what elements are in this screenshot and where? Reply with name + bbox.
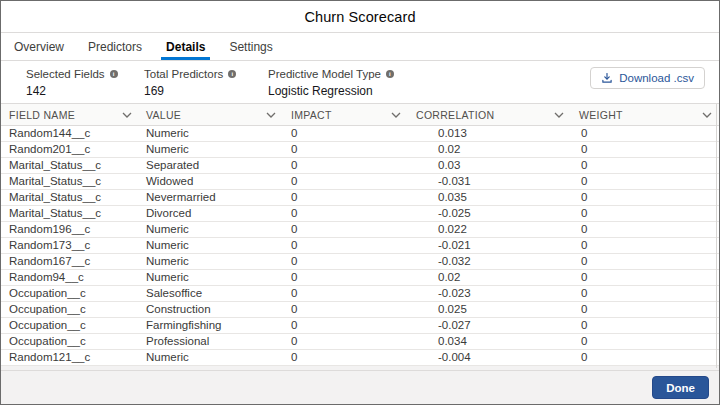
table-row: Occupation__cProfessional00.0340 [1,334,719,350]
cell-correlation: 0.02 [408,142,571,157]
cell-value: Numeric [139,350,283,365]
cell-impact: 0 [283,158,408,173]
table-row: Marital_Status__cDivorced0-0.0250 [1,206,719,222]
tab-settings[interactable]: Settings [224,33,277,60]
summary-value: 142 [26,84,144,99]
summary-label: Total Predictors [144,67,223,82]
chevron-down-icon[interactable] [391,112,401,118]
cell-value: Numeric [139,254,283,269]
download-csv-button[interactable]: Download .csv [590,67,705,89]
cell-weight: 0 [571,222,719,237]
cell-correlation: -0.025 [408,206,571,221]
cell-field: Random173__c [1,238,139,253]
column-header-impact[interactable]: IMPACT [283,104,408,125]
cell-value: Construction [139,302,283,317]
cell-impact: 0 [283,254,408,269]
table-row: Random94__cNumeric00.020 [1,270,719,286]
cell-field: Marital_Status__c [1,158,139,173]
table-row: Random196__cNumeric00.0220 [1,222,719,238]
table-row: Random201__cNumeric00.020 [1,142,719,158]
column-header-correlation[interactable]: CORRELATION [408,104,571,125]
cell-field: Occupation__c [1,334,139,349]
cell-impact: 0 [283,190,408,205]
cell-field: Random196__c [1,222,139,237]
cell-correlation: -0.023 [408,286,571,301]
cell-field: Random144__c [1,126,139,141]
table-row: Random144__cNumeric00.0130 [1,126,719,142]
cell-impact: 0 [283,174,408,189]
cell-weight: 0 [571,302,719,317]
cell-value: Numeric [139,142,283,157]
cell-weight: 0 [571,238,719,253]
cell-impact: 0 [283,350,408,365]
cell-field: Marital_Status__c [1,206,139,221]
cell-weight: 0 [571,254,719,269]
info-icon[interactable]: i [386,70,394,78]
cell-value: Numeric [139,270,283,285]
cell-field: Random201__c [1,142,139,157]
table-body: Random144__cNumeric00.0130Random201__cNu… [1,126,719,366]
cell-weight: 0 [571,158,719,173]
cell-weight: 0 [571,318,719,333]
summary-label: Selected Fields [26,67,105,82]
chevron-down-icon[interactable] [554,112,564,118]
cell-correlation: 0.022 [408,222,571,237]
summary-value: 169 [144,84,268,99]
chevron-down-icon[interactable] [266,112,276,118]
cell-impact: 0 [283,270,408,285]
cell-value: Numeric [139,222,283,237]
cell-correlation: -0.021 [408,238,571,253]
table-row: Marital_Status__cWidowed0-0.0310 [1,174,719,190]
summary-bar: Selected Fields i 142 Total Predictors i… [1,61,719,103]
column-header-field-name[interactable]: FIELD NAME [1,104,139,125]
cell-field: Marital_Status__c [1,190,139,205]
cell-correlation: 0.03 [408,158,571,173]
summary-selected-fields: Selected Fields i 142 [26,67,144,103]
cell-weight: 0 [571,126,719,141]
cell-field: Occupation__c [1,318,139,333]
summary-total-predictors: Total Predictors i 169 [144,67,268,103]
scrollbar-divider [716,104,717,368]
summary-value: Logistic Regression [268,84,394,99]
summary-label: Predictive Model Type [268,67,381,82]
chevron-down-icon[interactable] [702,112,712,118]
done-button[interactable]: Done [652,376,709,399]
cell-impact: 0 [283,238,408,253]
cell-field: Random167__c [1,254,139,269]
table-row: Occupation__cConstruction00.0250 [1,302,719,318]
cell-impact: 0 [283,222,408,237]
cell-weight: 0 [571,270,719,285]
tab-predictors[interactable]: Predictors [83,33,147,60]
cell-impact: 0 [283,126,408,141]
column-header-weight[interactable]: WEIGHT [571,104,719,125]
title-bar: Churn Scorecard [1,1,719,33]
cell-field: Occupation__c [1,286,139,301]
churn-scorecard-modal: Churn Scorecard Overview Predictors Deta… [0,0,720,405]
page-title: Churn Scorecard [304,9,415,25]
cell-impact: 0 [283,142,408,157]
tab-details[interactable]: Details [161,33,210,60]
cell-correlation: -0.032 [408,254,571,269]
info-icon[interactable]: i [110,70,118,78]
cell-weight: 0 [571,334,719,349]
table-row: Occupation__cFarmingfishing0-0.0270 [1,318,719,334]
cell-weight: 0 [571,206,719,221]
cell-impact: 0 [283,302,408,317]
column-header-value[interactable]: VALUE [139,104,283,125]
cell-value: Numeric [139,238,283,253]
cell-impact: 0 [283,206,408,221]
cell-correlation: -0.031 [408,174,571,189]
cell-field: Random121__c [1,350,139,365]
cell-value: Nevermarried [139,190,283,205]
cell-correlation: -0.004 [408,350,571,365]
chevron-down-icon[interactable] [122,112,132,118]
cell-field: Marital_Status__c [1,174,139,189]
table-row: Random173__cNumeric0-0.0210 [1,238,719,254]
cell-value: Numeric [139,126,283,141]
cell-impact: 0 [283,286,408,301]
cell-correlation: 0.013 [408,126,571,141]
tab-overview[interactable]: Overview [9,33,69,60]
table-row: Marital_Status__cSeparated00.030 [1,158,719,174]
info-icon[interactable]: i [228,70,236,78]
cell-weight: 0 [571,350,719,365]
